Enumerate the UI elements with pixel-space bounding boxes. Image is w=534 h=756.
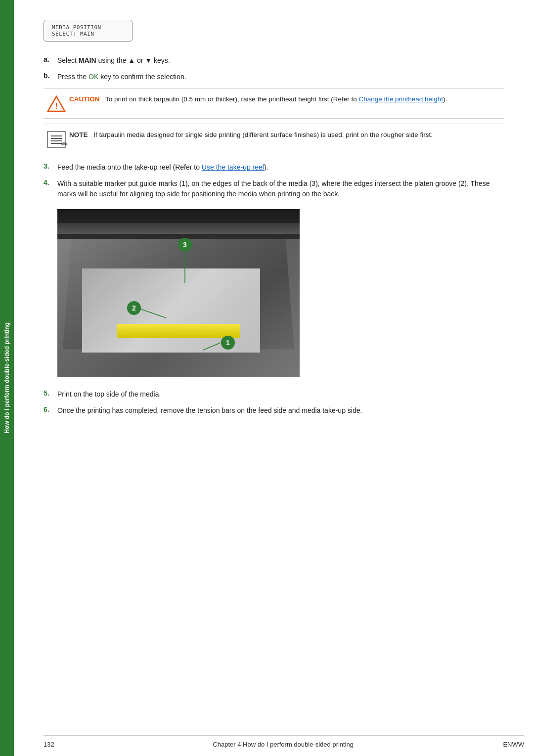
svg-text:1: 1: [226, 339, 230, 347]
note-icon-container: ✏: [44, 130, 69, 148]
annotation-overlay: 3 2 1: [57, 209, 300, 377]
step-a-text-1: Select: [57, 56, 79, 64]
caution-content: CAUTION To print on thick tarpaulin (0.5…: [69, 94, 504, 104]
step-5: 5. Print on the top side of the media.: [44, 389, 504, 400]
step-4-text: With a suitable marker put guide marks (…: [57, 178, 504, 199]
footer-page-number: 132: [44, 741, 63, 748]
step-b-text: Press the OK key to confirm the selectio…: [57, 72, 504, 82]
footer-brand: ENWW: [503, 741, 524, 748]
step-a-text-2: using the ▲ or ▼ keys.: [96, 56, 170, 64]
step-3-text-1: Feed the media onto the take-up reel (Re…: [57, 163, 202, 171]
step-3-link[interactable]: Use the take-up reel: [202, 163, 264, 171]
step-a-text: Select MAIN using the ▲ or ▼ keys.: [57, 55, 504, 66]
caution-text: To print on thick tarpaulin (0.5 mm or t…: [105, 95, 358, 103]
main-content: MEDIA POSITION SELECT: MAIN a. Select MA…: [14, 0, 534, 756]
svg-text:2: 2: [132, 304, 136, 312]
page-footer: 132 Chapter 4 How do I perform double-si…: [44, 735, 524, 748]
caution-icon: !: [44, 94, 69, 112]
caution-triangle-icon: !: [47, 95, 66, 112]
step-a-label: a.: [44, 55, 57, 63]
svg-line-5: [140, 309, 166, 318]
step-b-label: b.: [44, 72, 57, 80]
step-4-label: 4.: [44, 178, 57, 186]
note-content: NOTE If tarpaulin media designed for sin…: [69, 130, 504, 140]
note-pencil-icon: ✏: [61, 139, 68, 149]
step-b-text-1: Press the: [57, 73, 89, 81]
step-b-ok: OK: [89, 73, 98, 81]
svg-text:!: !: [55, 102, 57, 110]
sidebar-label: How do I perform double-sided printing: [3, 322, 10, 434]
step-4: 4. With a suitable marker put guide mark…: [44, 178, 504, 199]
step-6-text: Once the printing has completed, remove …: [57, 405, 504, 416]
media-image: 3 2 1: [57, 209, 300, 377]
caution-box: ! CAUTION To print on thick tarpaulin (0…: [44, 88, 504, 119]
note-lines-graphic: [51, 135, 62, 144]
step-b: b. Press the OK key to confirm the selec…: [44, 72, 504, 82]
lcd-line2: SELECT: MAIN: [52, 31, 124, 37]
caution-text-end: ).: [443, 95, 447, 103]
caution-link[interactable]: Change the printhead height: [359, 95, 443, 103]
footer-chapter-text: Chapter 4 How do I perform double-sided …: [63, 741, 503, 748]
step-b-text-2: key to confirm the selection.: [98, 73, 186, 81]
note-box: ✏ NOTE If tarpaulin media designed for s…: [44, 124, 504, 154]
sidebar-tab: How do I perform double-sided printing: [0, 0, 14, 756]
step-6-label: 6.: [44, 405, 57, 413]
lcd-display: MEDIA POSITION SELECT: MAIN: [44, 20, 133, 42]
photo-background: 3 2 1: [57, 209, 300, 377]
step-6: 6. Once the printing has completed, remo…: [44, 405, 504, 416]
note-text: If tarpaulin media designed for single s…: [93, 131, 433, 138]
step-a-bold: MAIN: [79, 56, 96, 64]
step-3: 3. Feed the media onto the take-up reel …: [44, 162, 504, 173]
step-3-text: Feed the media onto the take-up reel (Re…: [57, 162, 504, 173]
step-5-text: Print on the top side of the media.: [57, 389, 504, 400]
note-label: NOTE: [69, 131, 88, 138]
step-3-label: 3.: [44, 162, 57, 170]
caution-label: CAUTION: [69, 95, 100, 103]
svg-text:3: 3: [183, 241, 187, 249]
svg-line-8: [203, 343, 221, 350]
step-3-text-end: ).: [264, 163, 268, 171]
step-a: a. Select MAIN using the ▲ or ▼ keys.: [44, 55, 504, 66]
note-icon: ✏: [47, 131, 66, 148]
step-5-label: 5.: [44, 389, 57, 397]
lcd-line1: MEDIA POSITION: [52, 24, 124, 31]
